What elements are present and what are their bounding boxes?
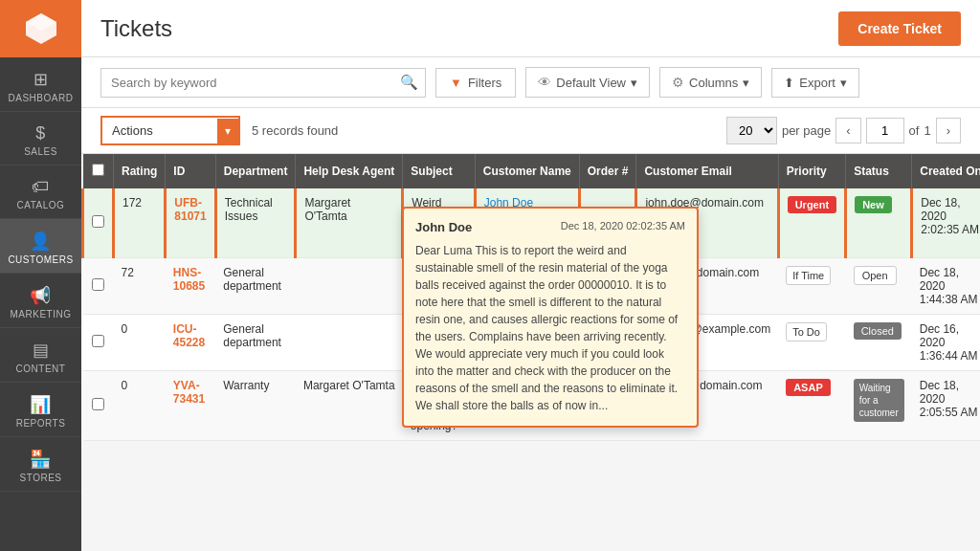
actions-dropdown-button[interactable]: ▾ — [217, 119, 238, 143]
sidebar-item-stores[interactable]: 🏪 STORES — [0, 437, 81, 492]
status-badge: New — [855, 196, 892, 213]
rating-cell: 72 — [114, 258, 166, 315]
row-checkbox-cell — [83, 315, 114, 371]
row-checkbox-cell — [83, 258, 114, 315]
per-page-select[interactable]: 20 — [726, 117, 777, 144]
col-header-subject[interactable]: Subject — [403, 154, 475, 188]
priority-cell: Urgent — [778, 188, 845, 258]
eye-icon: 👁 — [538, 75, 551, 90]
sidebar-item-dashboard[interactable]: ⊞ DASHBOARD — [0, 57, 81, 112]
stores-icon: 🏪 — [30, 449, 52, 470]
ticket-id-link[interactable]: HNS-10685 — [173, 266, 205, 293]
status-cell: Waiting for a customer — [846, 371, 912, 441]
actions-bar: Actions ▾ 5 records found 20 per page ‹ … — [81, 108, 980, 154]
search-input[interactable] — [100, 68, 426, 98]
row-checkbox[interactable] — [92, 335, 104, 347]
sidebar-item-label: SALES — [24, 146, 57, 157]
sidebar-item-label: DASHBOARD — [9, 93, 74, 103]
ticket-preview-popup: John Doe Dec 18, 2020 02:02:35 AM Dear L… — [402, 207, 699, 428]
priority-badge: ASAP — [786, 379, 831, 396]
tooltip-date: Dec 18, 2020 02:02:35 AM — [561, 220, 685, 234]
actions-select[interactable]: Actions — [102, 118, 217, 143]
col-header-created[interactable]: Created On — [912, 154, 980, 188]
department-cell: Technical Issues — [215, 188, 296, 258]
ticket-id-link[interactable]: UFB-81071 — [174, 196, 206, 223]
sidebar-item-customers[interactable]: 👤 CUSTOMERS — [0, 219, 81, 274]
main-content: Tickets Create Ticket 🔍 ▼ Filters 👁 Defa… — [81, 0, 980, 551]
search-wrapper: 🔍 — [100, 68, 426, 98]
rating-cell: 0 — [114, 371, 166, 441]
chevron-down-icon: ▾ — [743, 76, 749, 90]
col-header-status[interactable]: Status — [846, 154, 912, 188]
status-badge: Waiting for a customer — [854, 379, 904, 422]
department-cell: Warranty — [215, 371, 296, 441]
priority-cell: If Time — [778, 258, 845, 315]
created-cell: Dec 18, 2020 2:02:35 AM — [912, 188, 980, 258]
col-header-department[interactable]: Department — [215, 154, 296, 188]
page-number-input[interactable] — [866, 118, 904, 143]
rating-cell: 172 — [114, 188, 166, 258]
sidebar-item-marketing[interactable]: 📢 MARKETING — [0, 274, 81, 328]
sidebar-item-sales[interactable]: $ SALES — [0, 112, 81, 165]
select-all-header — [83, 154, 114, 188]
col-header-order[interactable]: Order # — [579, 154, 636, 188]
sidebar-item-label: MARKETING — [11, 309, 72, 320]
row-checkbox[interactable] — [92, 398, 104, 410]
records-count: 5 records found — [252, 123, 338, 138]
create-ticket-button[interactable]: Create Ticket — [838, 11, 961, 46]
sidebar-item-catalog[interactable]: 🏷 CATALOG — [0, 165, 81, 219]
row-checkbox-cell — [83, 371, 114, 441]
page-header: Tickets Create Ticket — [81, 0, 980, 57]
sidebar-item-label: REPORTS — [16, 418, 66, 429]
sales-icon: $ — [35, 123, 46, 143]
agent-cell — [296, 258, 403, 315]
ticket-id-cell: ICU-45228 — [166, 315, 215, 371]
columns-button[interactable]: ⚙ Columns ▾ — [659, 67, 762, 98]
content-icon: ▤ — [33, 340, 50, 361]
col-header-priority[interactable]: Priority — [778, 154, 845, 188]
col-header-customer[interactable]: Customer Name — [475, 154, 579, 188]
customers-icon: 👤 — [30, 231, 52, 252]
total-pages: 1 — [924, 123, 930, 138]
logo — [0, 0, 81, 57]
sidebar-item-content[interactable]: ▤ CONTENT — [0, 328, 81, 383]
row-checkbox[interactable] — [92, 278, 104, 291]
agent-cell: Margaret O'Tamta — [296, 371, 403, 441]
status-cell: New — [846, 188, 912, 258]
table-wrapper: Rating ID Department Help Desk Agent Sub… — [81, 154, 980, 551]
default-view-button[interactable]: 👁 Default View ▾ — [525, 67, 650, 98]
agent-cell: Margaret O'Tamta — [296, 188, 403, 258]
sidebar-item-label: CUSTOMERS — [8, 254, 73, 265]
chevron-down-icon: ▾ — [631, 76, 637, 90]
actions-select-wrapper: Actions ▾ — [100, 116, 240, 145]
ticket-id-link[interactable]: ICU-45228 — [173, 322, 205, 349]
ticket-id-link[interactable]: YVA-73431 — [173, 379, 205, 406]
chevron-down-icon: ▾ — [840, 76, 847, 90]
department-cell: General department — [215, 258, 296, 315]
status-badge: Open — [854, 266, 897, 285]
col-header-rating[interactable]: Rating — [114, 154, 166, 188]
marketing-icon: 📢 — [30, 285, 52, 306]
gear-icon: ⚙ — [672, 75, 684, 90]
agent-cell — [296, 315, 403, 371]
col-header-agent[interactable]: Help Desk Agent — [296, 154, 403, 188]
filter-icon: ▼ — [450, 76, 462, 90]
page-title: Tickets — [100, 15, 172, 42]
next-page-button[interactable]: › — [936, 118, 961, 143]
col-header-id[interactable]: ID — [166, 154, 215, 188]
select-all-checkbox[interactable] — [92, 164, 104, 176]
prev-page-button[interactable]: ‹ — [835, 118, 860, 143]
search-button[interactable]: 🔍 — [400, 74, 418, 91]
row-checkbox[interactable] — [92, 215, 104, 228]
filters-button[interactable]: ▼ Filters — [435, 68, 516, 98]
tooltip-body: Dear Luma This is to report the weird an… — [415, 242, 685, 414]
export-button[interactable]: ⬆ Export ▾ — [771, 68, 859, 98]
created-cell: Dec 18, 2020 1:44:38 AM — [912, 258, 980, 315]
priority-badge: Urgent — [788, 196, 836, 213]
col-header-email[interactable]: Customer Email — [636, 154, 778, 188]
sidebar-item-reports[interactable]: 📊 REPORTS — [0, 383, 81, 437]
tooltip-header: John Doe Dec 18, 2020 02:02:35 AM — [415, 220, 685, 234]
catalog-icon: 🏷 — [32, 177, 50, 197]
sidebar-item-label: STORES — [20, 473, 62, 483]
tooltip-customer-name: John Doe — [415, 220, 472, 234]
